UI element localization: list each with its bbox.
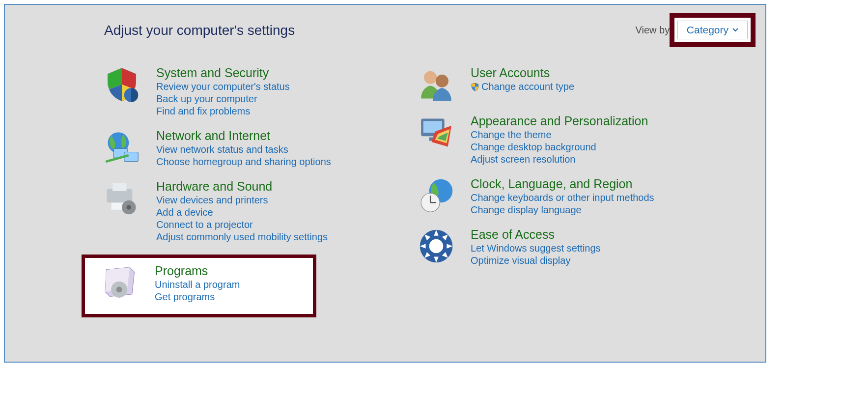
link-network-status[interactable]: View network status and tasks — [156, 144, 331, 155]
category-user-accounts: User Accounts Change account type — [418, 66, 732, 103]
programs-highlight: Programs Uninstall a program Get program… — [82, 255, 316, 317]
security-shield-icon — [103, 66, 140, 103]
view-by-highlight: Category — [674, 18, 751, 42]
chevron-down-icon — [732, 28, 738, 32]
link-find-problems[interactable]: Find and fix problems — [156, 106, 290, 117]
control-panel-window: Adjust your computer's settings View by:… — [4, 4, 766, 363]
uac-shield-icon — [471, 83, 479, 91]
view-by-label: View by: — [636, 25, 672, 36]
category-title[interactable]: User Accounts — [471, 66, 574, 80]
page-title: Adjust your computer's settings — [104, 23, 295, 47]
link-uninstall-program[interactable]: Uninstall a program — [155, 279, 240, 290]
programs-box-icon — [102, 264, 139, 301]
categories-body: System and Security Review your computer… — [5, 51, 765, 322]
svg-rect-6 — [112, 183, 127, 191]
users-icon — [418, 66, 455, 103]
svg-point-22 — [429, 239, 444, 254]
category-title[interactable]: Ease of Access — [471, 227, 601, 242]
link-screen-res[interactable]: Adjust screen resolution — [471, 154, 648, 165]
link-get-programs[interactable]: Get programs — [155, 291, 240, 303]
right-column: User Accounts Change account type — [418, 66, 732, 317]
hardware-printer-icon — [103, 179, 140, 217]
left-column: System and Security Review your computer… — [103, 66, 418, 317]
category-programs: Programs Uninstall a program Get program… — [102, 264, 309, 304]
svg-point-11 — [116, 286, 122, 292]
category-title[interactable]: Appearance and Personalization — [471, 114, 648, 128]
ease-access-icon — [418, 227, 455, 265]
view-by-area: View by: Category — [636, 18, 751, 42]
view-by-dropdown[interactable]: Category — [677, 21, 748, 39]
category-hardware-sound: Hardware and Sound View devices and prin… — [103, 179, 418, 244]
svg-point-13 — [436, 75, 448, 87]
svg-point-9 — [127, 205, 132, 210]
category-ease-access: Ease of Access Let Windows suggest setti… — [418, 227, 732, 267]
link-projector[interactable]: Connect to a projector — [156, 219, 328, 230]
header: Adjust your computer's settings View by:… — [5, 5, 765, 51]
category-appearance: Appearance and Personalization Change th… — [418, 114, 732, 166]
category-title[interactable]: System and Security — [156, 66, 290, 80]
appearance-icon — [418, 114, 455, 151]
category-title[interactable]: Network and Internet — [156, 129, 331, 143]
link-back-up[interactable]: Back up your computer — [156, 93, 290, 105]
category-title[interactable]: Hardware and Sound — [156, 179, 328, 194]
category-network-internet: Network and Internet View network status… — [103, 129, 418, 169]
link-suggest-settings[interactable]: Let Windows suggest settings — [471, 243, 601, 254]
svg-point-12 — [424, 71, 437, 84]
category-clock-language: Clock, Language, and Region Change keybo… — [418, 177, 732, 217]
view-by-selected: Category — [687, 24, 728, 36]
link-homegroup[interactable]: Choose homegroup and sharing options — [156, 156, 331, 168]
link-change-account-type[interactable]: Change account type — [471, 81, 574, 92]
link-desktop-bg[interactable]: Change desktop background — [471, 142, 648, 153]
category-system-security: System and Security Review your computer… — [103, 66, 418, 118]
link-keyboards-input[interactable]: Change keyboards or other input methods — [471, 192, 654, 203]
network-globe-icon — [103, 129, 140, 166]
category-title[interactable]: Programs — [155, 264, 240, 278]
clock-globe-icon — [418, 177, 455, 214]
link-review-status[interactable]: Review your computer's status — [156, 81, 290, 92]
category-title[interactable]: Clock, Language, and Region — [471, 177, 654, 191]
link-optimize-display[interactable]: Optimize visual display — [471, 255, 601, 266]
link-devices-printers[interactable]: View devices and printers — [156, 195, 328, 206]
link-display-language[interactable]: Change display language — [471, 204, 654, 216]
link-change-theme[interactable]: Change the theme — [471, 129, 648, 141]
link-mobility[interactable]: Adjust commonly used mobility settings — [156, 231, 328, 243]
link-add-device[interactable]: Add a device — [156, 207, 328, 218]
